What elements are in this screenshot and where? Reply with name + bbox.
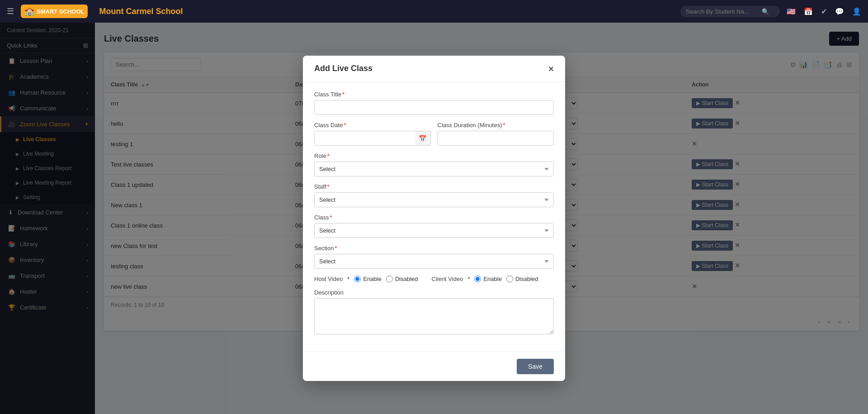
role-group: Role* Select xyxy=(314,152,554,176)
description-group: Description xyxy=(314,289,554,336)
brand-name: SMART SCHOOL xyxy=(37,8,84,15)
brand-logo: 🏫 SMART SCHOOL xyxy=(21,5,88,18)
modal-close-button[interactable]: × xyxy=(548,64,554,73)
modal-title: Add Live Class xyxy=(314,64,373,73)
class-group: Class* Select xyxy=(314,214,554,238)
hamburger-icon[interactable]: ☰ xyxy=(7,6,14,16)
navbar-icons: 🇺🇸 📅 ✔ 💬 👤 xyxy=(787,7,861,16)
date-input-wrap: 📅 xyxy=(314,131,431,146)
class-date-input[interactable] xyxy=(314,131,431,146)
class-duration-group: Class Duration (Minutes)* xyxy=(438,122,554,146)
host-video-enable-option[interactable]: Enable xyxy=(354,276,381,282)
host-video-disabled-radio[interactable] xyxy=(386,276,393,282)
date-duration-row: Class Date* 📅 Class Duration (Minutes)* xyxy=(314,122,554,152)
host-video-label: Host Video xyxy=(314,276,343,282)
client-video-enable-radio[interactable] xyxy=(474,276,481,282)
search-icon: 🔍 xyxy=(762,8,769,15)
staff-select[interactable]: Select xyxy=(314,192,554,207)
class-title-input[interactable] xyxy=(314,100,554,115)
class-duration-input[interactable] xyxy=(438,131,554,146)
client-video-label: Client Video xyxy=(432,276,463,282)
section-label: Section* xyxy=(314,245,554,252)
client-video-disabled-radio[interactable] xyxy=(506,276,513,282)
description-textarea[interactable] xyxy=(314,298,554,334)
whatsapp-icon[interactable]: 💬 xyxy=(835,7,844,16)
host-video-enable-radio[interactable] xyxy=(354,276,361,282)
staff-label: Staff* xyxy=(314,183,554,190)
tasks-icon[interactable]: ✔ xyxy=(821,7,827,16)
search-input[interactable] xyxy=(686,8,758,15)
modal-overlay: Add Live Class × Class Title* Class Date… xyxy=(0,23,868,414)
user-avatar-icon[interactable]: 👤 xyxy=(852,7,861,16)
navbar: ☰ 🏫 SMART SCHOOL Mount Carmel School 🔍 🇺… xyxy=(0,0,868,23)
section-group: Section* Select xyxy=(314,245,554,269)
host-video-section: Host Video * Enable Disabled xyxy=(314,276,418,282)
role-select[interactable]: Select xyxy=(314,162,554,176)
client-video-disabled-option[interactable]: Disabled xyxy=(506,276,538,282)
class-title-group: Class Title* xyxy=(314,91,554,115)
search-bar: 🔍 xyxy=(680,6,780,17)
class-date-label: Class Date* xyxy=(314,122,431,128)
host-video-disabled-option[interactable]: Disabled xyxy=(386,276,418,282)
add-live-class-modal: Add Live Class × Class Title* Class Date… xyxy=(303,56,565,381)
calendar-picker-icon[interactable]: 📅 xyxy=(415,131,431,146)
role-label: Role* xyxy=(314,152,554,159)
video-options-row: Host Video * Enable Disabled Client Vide… xyxy=(314,276,554,282)
brand-icon: 🏫 xyxy=(24,6,34,16)
class-date-group: Class Date* 📅 xyxy=(314,122,431,146)
client-video-section: Client Video * Enable Disabled xyxy=(432,276,538,282)
section-select[interactable]: Select xyxy=(314,254,554,269)
flag-icon[interactable]: 🇺🇸 xyxy=(787,7,796,16)
class-title-label: Class Title* xyxy=(314,91,554,98)
calendar-icon[interactable]: 📅 xyxy=(804,7,813,16)
save-button[interactable]: Save xyxy=(517,359,554,374)
modal-footer: Save xyxy=(303,352,565,381)
staff-group: Staff* Select xyxy=(314,183,554,207)
class-label: Class* xyxy=(314,214,554,221)
school-name: Mount Carmel School xyxy=(99,7,674,16)
modal-header: Add Live Class × xyxy=(303,56,565,82)
description-label: Description xyxy=(314,289,554,296)
class-duration-label: Class Duration (Minutes)* xyxy=(438,122,554,128)
class-select[interactable]: Select xyxy=(314,223,554,238)
modal-body: Class Title* Class Date* 📅 Class Du xyxy=(303,82,565,352)
client-video-enable-option[interactable]: Enable xyxy=(474,276,501,282)
